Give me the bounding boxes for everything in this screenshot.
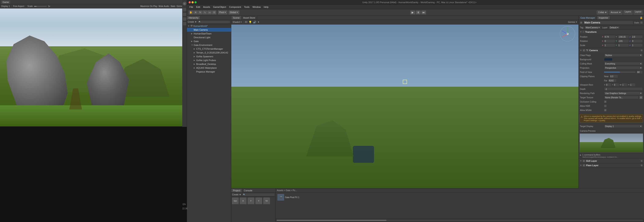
msaa-checkbox[interactable]: ✓ [604,109,606,112]
culling-mask-dropdown[interactable]: Everything▼ [604,62,643,65]
scene-2d-btn[interactable]: 2D [244,21,247,23]
pos-z-field[interactable]: 2.0 [631,35,643,38]
mute-audio[interactable]: Mute Audio [158,5,169,8]
pivot-btn[interactable]: Pivot▼ [218,10,228,14]
menu-window[interactable]: Window [251,5,262,9]
maximize-btn[interactable] [194,1,197,4]
hierarchy-item-ctsmanager[interactable]: ▶ CTS_CTSTerrainManager [187,47,231,51]
hierarchy-item-terrain[interactable]: ▶ Terrain_0_0-20181208-204142 [187,51,231,54]
occlusion-checkbox[interactable]: ✓ [604,100,606,103]
gui-layer-header[interactable]: ▼ ✓ GUI Layer ⚙ [579,159,644,163]
menu-help[interactable]: Help [262,5,270,9]
scale-tool[interactable]: ⤡ [203,10,207,14]
gaia-manager-tab[interactable]: Gaia Manager [579,16,597,20]
scene-shaded-btn[interactable]: Shaded▼ [232,21,242,23]
maximize-on-play[interactable]: Maximize On Play [140,5,158,8]
hierarchy-item-gonaspawners[interactable]: ▶ GoNa Spawners [187,54,231,58]
hierarchy-item-broadleaf[interactable]: ▶ Broadleaf_Desktop [187,62,231,66]
scene-gizmos-btn[interactable]: Gizmos▼ [568,21,577,23]
scale-y-field[interactable]: 1 [618,44,629,47]
scale-x-field[interactable]: 1 [604,44,615,47]
collab-button[interactable]: Collab ▼ [597,10,608,14]
command-buffers-row[interactable]: ▶ 1 command buffers [580,154,643,156]
camera-settings-icon[interactable]: ⚙ [640,49,643,52]
vp-h-field[interactable]: 1 [630,83,636,86]
vp-x-field[interactable]: 0 [606,83,612,86]
project-icon[interactable] [183,17,186,21]
projection-dropdown[interactable]: Perspective▼ [604,66,643,70]
layer-dropdown[interactable]: Default▼ [609,26,620,29]
pause-button[interactable]: ⏸ [416,10,421,14]
rot-y-field[interactable]: -101 [618,39,629,43]
game-tab[interactable]: Game [1,0,10,4]
minimize-btn[interactable] [192,1,194,4]
layers-button[interactable]: Layers [623,10,632,14]
rendering-path-dropdown[interactable]: Use Graphics Settings▼ [604,92,643,95]
project-tree-item[interactable]: Spo E F F Ter [232,197,275,204]
object-checkbox[interactable]: ✓ [580,21,582,24]
layout-button[interactable]: Layout [634,10,643,14]
hierarchy-item-gaiaenvironment[interactable]: ▼ Gaia Environment [187,43,231,47]
menu-edit[interactable]: Edit [195,5,202,9]
target-display-dropdown[interactable]: Display 1▼ [604,124,643,128]
flare-layer-header[interactable]: ▼ ✓ Flare Layer ⚙ [579,163,644,168]
scene-view-icon[interactable] [183,8,186,12]
menu-tools[interactable]: Tools [243,5,251,9]
hierarchy-icon[interactable] [183,13,186,16]
play-button[interactable]: ▶ [410,10,415,14]
scene-view[interactable] [231,24,578,188]
hand-tool[interactable]: ✋ [189,10,193,14]
pos-y-field[interactable]: -156.15 [618,35,629,38]
inspector-tab[interactable]: Inspector [597,16,610,20]
multi-tool[interactable]: ☷ [212,10,216,14]
hierarchy-item-aquas[interactable]: ▶ AQUAS Waterplane [187,66,231,70]
stats-btn[interactable]: Stats [170,5,175,8]
rot-x-field[interactable]: 0 [604,39,615,43]
transform-header[interactable]: ▼ ⬡ Transform [579,30,644,34]
fov-value-field[interactable]: 60 [636,70,643,74]
target-texture-field[interactable]: None (Render Te... [604,96,638,99]
rect-tool[interactable]: ▭ [208,10,212,14]
object-name-field[interactable] [583,21,633,24]
menu-assets[interactable]: Assets [202,5,212,9]
near-value-field[interactable]: 0.3 [610,75,618,78]
step-button[interactable]: ⏭ [421,10,426,14]
far-value-field[interactable]: 8192 [608,79,616,82]
scale-z-field[interactable]: 1 [631,44,643,47]
close-btn[interactable] [188,1,191,4]
rotate-tool[interactable]: ↻ [198,10,202,14]
background-color[interactable] [604,58,612,61]
move-tool[interactable]: ✛ [194,10,198,14]
menu-gameobject[interactable]: GameObject [212,5,228,9]
inspector-lock-icon[interactable]: 🔒 [638,16,644,19]
flare-layer-checkbox[interactable]: ✓ [583,164,585,166]
gui-settings-icon[interactable]: ⚙ [640,160,643,162]
account-button[interactable]: Account ▼ [609,10,622,14]
hierarchy-tab[interactable]: Hierarchy [187,16,200,20]
hierarchy-item-directionallight[interactable]: Directional Light [187,36,231,39]
display-selector[interactable]: Display 1 [1,5,10,8]
asset-store-tab[interactable]: Asset Store [242,16,257,20]
gui-layer-checkbox[interactable]: ✓ [583,160,585,162]
menu-component[interactable]: Component [228,5,242,9]
hierarchy-create-btn[interactable]: Create ▼ [188,21,197,23]
vp-y-field[interactable]: 0 [613,83,619,86]
hierarchy-item-gaia[interactable]: ▶ Gaia [187,39,231,43]
flare-settings-icon[interactable]: ⚙ [640,164,643,167]
global-btn[interactable]: Global▼ [228,10,240,14]
hierarchy-item-maincamera[interactable]: Main Camera [187,28,231,32]
hierarchy-item-pegasus[interactable]: Pegasus Manager [187,70,231,74]
project-tab[interactable]: Project [231,189,242,192]
vp-w-field[interactable]: 1 [622,83,628,86]
hierarchy-item-humanworld[interactable]: ▼ 🎬 HumanWorld* [187,24,231,28]
camera-component-header[interactable]: ▼ ✓ 📷 Camera ⚙ [579,48,644,52]
scene-light-btn[interactable]: 💡 [249,21,252,24]
pos-x-field[interactable]: 8.74 [604,35,615,38]
static-checkbox[interactable] [640,21,643,24]
rot-z-field[interactable]: 0 [631,39,643,43]
aspect-selector[interactable]: Free Aspect [13,5,24,8]
clear-flags-dropdown[interactable]: Skybox▼ [604,54,643,57]
camera-checkbox-active[interactable]: ✓ [583,49,585,52]
hierarchy-item-humanstarttown[interactable]: ▶ HumanStartTown [187,32,231,36]
depth-field[interactable]: -1 [604,87,643,91]
